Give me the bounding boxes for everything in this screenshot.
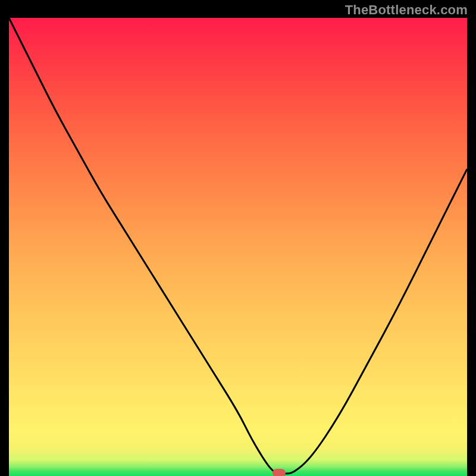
curve-path	[9, 18, 467, 474]
chart-frame	[9, 18, 467, 476]
optimum-marker	[273, 469, 286, 476]
watermark: TheBottleneck.com	[345, 2, 468, 18]
bottleneck-curve	[9, 18, 467, 476]
